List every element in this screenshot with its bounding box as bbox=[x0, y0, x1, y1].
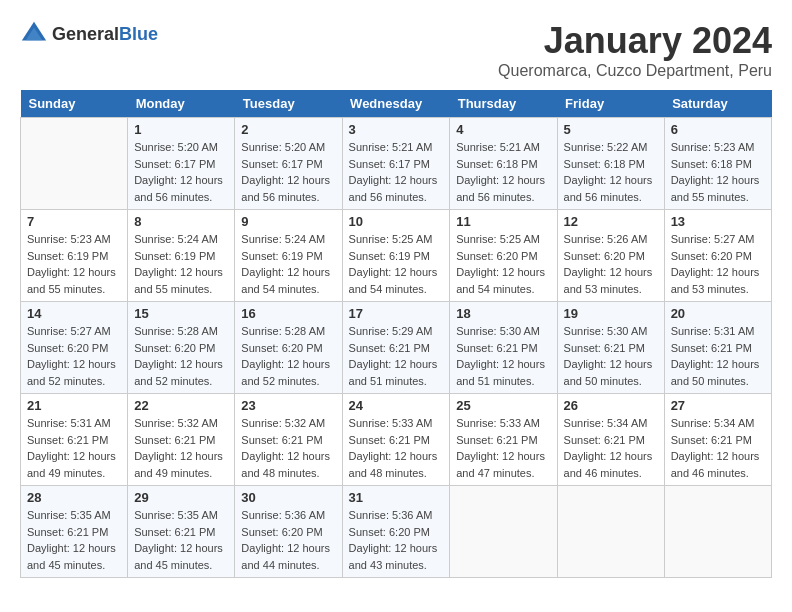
day-number: 29 bbox=[134, 490, 228, 505]
location-title: Queromarca, Cuzco Department, Peru bbox=[498, 62, 772, 80]
day-number: 19 bbox=[564, 306, 658, 321]
day-info: Sunrise: 5:25 AMSunset: 6:20 PMDaylight:… bbox=[456, 231, 550, 297]
day-info: Sunrise: 5:24 AMSunset: 6:19 PMDaylight:… bbox=[134, 231, 228, 297]
calendar-cell: 3Sunrise: 5:21 AMSunset: 6:17 PMDaylight… bbox=[342, 118, 450, 210]
page-header: GeneralBlue January 2024 Queromarca, Cuz… bbox=[20, 20, 772, 80]
calendar-cell: 27Sunrise: 5:34 AMSunset: 6:21 PMDayligh… bbox=[664, 394, 771, 486]
calendar-cell: 23Sunrise: 5:32 AMSunset: 6:21 PMDayligh… bbox=[235, 394, 342, 486]
calendar-week-row: 14Sunrise: 5:27 AMSunset: 6:20 PMDayligh… bbox=[21, 302, 772, 394]
calendar-cell: 28Sunrise: 5:35 AMSunset: 6:21 PMDayligh… bbox=[21, 486, 128, 578]
calendar-cell bbox=[21, 118, 128, 210]
day-number: 2 bbox=[241, 122, 335, 137]
day-number: 11 bbox=[456, 214, 550, 229]
day-number: 6 bbox=[671, 122, 765, 137]
calendar-cell: 11Sunrise: 5:25 AMSunset: 6:20 PMDayligh… bbox=[450, 210, 557, 302]
calendar-cell: 16Sunrise: 5:28 AMSunset: 6:20 PMDayligh… bbox=[235, 302, 342, 394]
day-number: 12 bbox=[564, 214, 658, 229]
day-number: 18 bbox=[456, 306, 550, 321]
day-number: 10 bbox=[349, 214, 444, 229]
calendar-cell: 8Sunrise: 5:24 AMSunset: 6:19 PMDaylight… bbox=[128, 210, 235, 302]
header-monday: Monday bbox=[128, 90, 235, 118]
day-number: 31 bbox=[349, 490, 444, 505]
day-number: 8 bbox=[134, 214, 228, 229]
calendar-cell: 2Sunrise: 5:20 AMSunset: 6:17 PMDaylight… bbox=[235, 118, 342, 210]
day-number: 28 bbox=[27, 490, 121, 505]
day-info: Sunrise: 5:31 AMSunset: 6:21 PMDaylight:… bbox=[671, 323, 765, 389]
day-info: Sunrise: 5:27 AMSunset: 6:20 PMDaylight:… bbox=[671, 231, 765, 297]
calendar-cell: 17Sunrise: 5:29 AMSunset: 6:21 PMDayligh… bbox=[342, 302, 450, 394]
header-tuesday: Tuesday bbox=[235, 90, 342, 118]
calendar-week-row: 7Sunrise: 5:23 AMSunset: 6:19 PMDaylight… bbox=[21, 210, 772, 302]
logo-text-blue: Blue bbox=[119, 24, 158, 44]
day-number: 20 bbox=[671, 306, 765, 321]
day-info: Sunrise: 5:20 AMSunset: 6:17 PMDaylight:… bbox=[241, 139, 335, 205]
calendar-cell: 24Sunrise: 5:33 AMSunset: 6:21 PMDayligh… bbox=[342, 394, 450, 486]
calendar-cell bbox=[450, 486, 557, 578]
calendar-cell: 10Sunrise: 5:25 AMSunset: 6:19 PMDayligh… bbox=[342, 210, 450, 302]
day-info: Sunrise: 5:20 AMSunset: 6:17 PMDaylight:… bbox=[134, 139, 228, 205]
logo-icon bbox=[20, 20, 48, 48]
header-thursday: Thursday bbox=[450, 90, 557, 118]
calendar-cell: 18Sunrise: 5:30 AMSunset: 6:21 PMDayligh… bbox=[450, 302, 557, 394]
calendar-cell: 1Sunrise: 5:20 AMSunset: 6:17 PMDaylight… bbox=[128, 118, 235, 210]
day-number: 30 bbox=[241, 490, 335, 505]
day-number: 24 bbox=[349, 398, 444, 413]
calendar-cell: 21Sunrise: 5:31 AMSunset: 6:21 PMDayligh… bbox=[21, 394, 128, 486]
calendar-table: SundayMondayTuesdayWednesdayThursdayFrid… bbox=[20, 90, 772, 578]
logo: GeneralBlue bbox=[20, 20, 158, 48]
day-number: 3 bbox=[349, 122, 444, 137]
calendar-cell: 13Sunrise: 5:27 AMSunset: 6:20 PMDayligh… bbox=[664, 210, 771, 302]
day-info: Sunrise: 5:29 AMSunset: 6:21 PMDaylight:… bbox=[349, 323, 444, 389]
calendar-cell: 9Sunrise: 5:24 AMSunset: 6:19 PMDaylight… bbox=[235, 210, 342, 302]
calendar-cell: 25Sunrise: 5:33 AMSunset: 6:21 PMDayligh… bbox=[450, 394, 557, 486]
day-info: Sunrise: 5:33 AMSunset: 6:21 PMDaylight:… bbox=[456, 415, 550, 481]
day-info: Sunrise: 5:23 AMSunset: 6:19 PMDaylight:… bbox=[27, 231, 121, 297]
day-info: Sunrise: 5:33 AMSunset: 6:21 PMDaylight:… bbox=[349, 415, 444, 481]
calendar-cell: 29Sunrise: 5:35 AMSunset: 6:21 PMDayligh… bbox=[128, 486, 235, 578]
day-number: 17 bbox=[349, 306, 444, 321]
day-number: 7 bbox=[27, 214, 121, 229]
day-info: Sunrise: 5:31 AMSunset: 6:21 PMDaylight:… bbox=[27, 415, 121, 481]
calendar-cell: 14Sunrise: 5:27 AMSunset: 6:20 PMDayligh… bbox=[21, 302, 128, 394]
calendar-cell bbox=[664, 486, 771, 578]
day-number: 9 bbox=[241, 214, 335, 229]
day-number: 14 bbox=[27, 306, 121, 321]
day-info: Sunrise: 5:30 AMSunset: 6:21 PMDaylight:… bbox=[564, 323, 658, 389]
day-info: Sunrise: 5:27 AMSunset: 6:20 PMDaylight:… bbox=[27, 323, 121, 389]
day-number: 23 bbox=[241, 398, 335, 413]
calendar-header-row: SundayMondayTuesdayWednesdayThursdayFrid… bbox=[21, 90, 772, 118]
title-block: January 2024 Queromarca, Cuzco Departmen… bbox=[498, 20, 772, 80]
header-saturday: Saturday bbox=[664, 90, 771, 118]
day-info: Sunrise: 5:24 AMSunset: 6:19 PMDaylight:… bbox=[241, 231, 335, 297]
day-info: Sunrise: 5:36 AMSunset: 6:20 PMDaylight:… bbox=[349, 507, 444, 573]
calendar-week-row: 28Sunrise: 5:35 AMSunset: 6:21 PMDayligh… bbox=[21, 486, 772, 578]
month-title: January 2024 bbox=[498, 20, 772, 62]
calendar-cell: 20Sunrise: 5:31 AMSunset: 6:21 PMDayligh… bbox=[664, 302, 771, 394]
calendar-cell: 6Sunrise: 5:23 AMSunset: 6:18 PMDaylight… bbox=[664, 118, 771, 210]
day-info: Sunrise: 5:28 AMSunset: 6:20 PMDaylight:… bbox=[134, 323, 228, 389]
calendar-cell: 22Sunrise: 5:32 AMSunset: 6:21 PMDayligh… bbox=[128, 394, 235, 486]
header-sunday: Sunday bbox=[21, 90, 128, 118]
day-number: 5 bbox=[564, 122, 658, 137]
header-wednesday: Wednesday bbox=[342, 90, 450, 118]
day-number: 16 bbox=[241, 306, 335, 321]
day-number: 25 bbox=[456, 398, 550, 413]
day-number: 4 bbox=[456, 122, 550, 137]
calendar-cell bbox=[557, 486, 664, 578]
day-number: 15 bbox=[134, 306, 228, 321]
calendar-week-row: 21Sunrise: 5:31 AMSunset: 6:21 PMDayligh… bbox=[21, 394, 772, 486]
day-info: Sunrise: 5:25 AMSunset: 6:19 PMDaylight:… bbox=[349, 231, 444, 297]
day-info: Sunrise: 5:34 AMSunset: 6:21 PMDaylight:… bbox=[564, 415, 658, 481]
day-number: 27 bbox=[671, 398, 765, 413]
calendar-cell: 31Sunrise: 5:36 AMSunset: 6:20 PMDayligh… bbox=[342, 486, 450, 578]
day-info: Sunrise: 5:21 AMSunset: 6:18 PMDaylight:… bbox=[456, 139, 550, 205]
day-number: 1 bbox=[134, 122, 228, 137]
calendar-cell: 7Sunrise: 5:23 AMSunset: 6:19 PMDaylight… bbox=[21, 210, 128, 302]
day-info: Sunrise: 5:32 AMSunset: 6:21 PMDaylight:… bbox=[241, 415, 335, 481]
day-number: 22 bbox=[134, 398, 228, 413]
calendar-cell: 19Sunrise: 5:30 AMSunset: 6:21 PMDayligh… bbox=[557, 302, 664, 394]
logo-text-general: General bbox=[52, 24, 119, 44]
calendar-cell: 12Sunrise: 5:26 AMSunset: 6:20 PMDayligh… bbox=[557, 210, 664, 302]
day-info: Sunrise: 5:22 AMSunset: 6:18 PMDaylight:… bbox=[564, 139, 658, 205]
calendar-cell: 4Sunrise: 5:21 AMSunset: 6:18 PMDaylight… bbox=[450, 118, 557, 210]
